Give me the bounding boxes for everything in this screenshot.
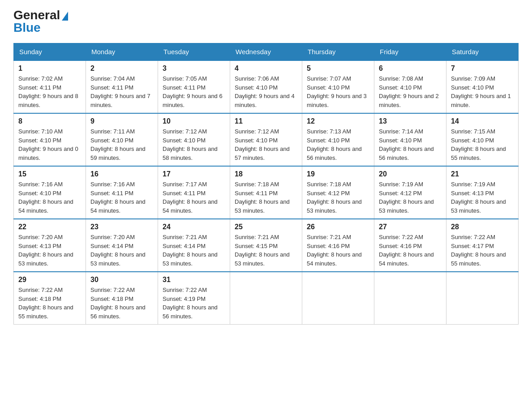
logo-general-text: General	[13, 9, 68, 21]
logo: General Blue	[13, 9, 68, 34]
column-header-saturday: Saturday	[446, 43, 519, 61]
day-number: 20	[379, 170, 442, 178]
day-cell: 27 Sunrise: 7:22 AM Sunset: 4:16 PM Dayl…	[374, 219, 446, 272]
day-cell: 13 Sunrise: 7:14 AM Sunset: 4:10 PM Dayl…	[374, 113, 446, 166]
day-info: Sunrise: 7:10 AM Sunset: 4:10 PM Dayligh…	[18, 127, 81, 162]
day-number: 26	[307, 223, 369, 231]
week-row-5: 29 Sunrise: 7:22 AM Sunset: 4:18 PM Dayl…	[14, 272, 519, 325]
day-info: Sunrise: 7:16 AM Sunset: 4:10 PM Dayligh…	[18, 180, 81, 215]
day-cell: 25 Sunrise: 7:21 AM Sunset: 4:15 PM Dayl…	[230, 219, 302, 272]
day-cell: 20 Sunrise: 7:19 AM Sunset: 4:12 PM Dayl…	[374, 166, 446, 219]
day-info: Sunrise: 7:04 AM Sunset: 4:11 PM Dayligh…	[90, 74, 153, 109]
day-number: 22	[18, 223, 81, 231]
column-header-monday: Monday	[86, 43, 158, 61]
day-number: 19	[307, 170, 369, 178]
page-header: General Blue	[13, 9, 519, 34]
day-cell: 10 Sunrise: 7:12 AM Sunset: 4:10 PM Dayl…	[158, 113, 230, 166]
day-info: Sunrise: 7:11 AM Sunset: 4:10 PM Dayligh…	[90, 127, 153, 162]
day-cell: 26 Sunrise: 7:21 AM Sunset: 4:16 PM Dayl…	[302, 219, 374, 272]
day-info: Sunrise: 7:02 AM Sunset: 4:11 PM Dayligh…	[18, 74, 81, 109]
column-header-tuesday: Tuesday	[158, 43, 230, 61]
day-cell: 30 Sunrise: 7:22 AM Sunset: 4:18 PM Dayl…	[86, 272, 158, 325]
day-number: 27	[379, 223, 442, 231]
week-row-2: 8 Sunrise: 7:10 AM Sunset: 4:10 PM Dayli…	[14, 113, 519, 166]
day-info: Sunrise: 7:12 AM Sunset: 4:10 PM Dayligh…	[163, 127, 225, 162]
column-header-sunday: Sunday	[14, 43, 86, 61]
day-cell: 17 Sunrise: 7:17 AM Sunset: 4:11 PM Dayl…	[158, 166, 230, 219]
day-info: Sunrise: 7:22 AM Sunset: 4:18 PM Dayligh…	[18, 286, 81, 321]
day-number: 25	[235, 223, 297, 231]
day-info: Sunrise: 7:19 AM Sunset: 4:13 PM Dayligh…	[451, 180, 514, 215]
day-number: 5	[307, 64, 369, 73]
day-info: Sunrise: 7:18 AM Sunset: 4:12 PM Dayligh…	[307, 180, 369, 215]
day-info: Sunrise: 7:09 AM Sunset: 4:10 PM Dayligh…	[451, 74, 514, 109]
day-cell: 18 Sunrise: 7:18 AM Sunset: 4:11 PM Dayl…	[230, 166, 302, 219]
day-number: 10	[163, 117, 225, 125]
day-number: 14	[451, 117, 514, 125]
day-number: 16	[90, 170, 153, 178]
day-number: 7	[451, 64, 514, 73]
day-cell: 28 Sunrise: 7:22 AM Sunset: 4:17 PM Dayl…	[446, 219, 519, 272]
week-row-4: 22 Sunrise: 7:20 AM Sunset: 4:13 PM Dayl…	[14, 219, 519, 272]
day-info: Sunrise: 7:21 AM Sunset: 4:16 PM Dayligh…	[307, 233, 369, 268]
day-number: 12	[307, 117, 369, 125]
day-cell	[230, 272, 302, 325]
day-cell: 29 Sunrise: 7:22 AM Sunset: 4:18 PM Dayl…	[14, 272, 86, 325]
day-number: 23	[90, 223, 153, 231]
day-info: Sunrise: 7:20 AM Sunset: 4:14 PM Dayligh…	[90, 233, 153, 268]
day-cell: 31 Sunrise: 7:22 AM Sunset: 4:19 PM Dayl…	[158, 272, 230, 325]
day-number: 13	[379, 117, 442, 125]
calendar-header-row: SundayMondayTuesdayWednesdayThursdayFrid…	[14, 43, 519, 61]
day-info: Sunrise: 7:22 AM Sunset: 4:16 PM Dayligh…	[379, 233, 442, 268]
day-info: Sunrise: 7:22 AM Sunset: 4:19 PM Dayligh…	[163, 286, 225, 321]
day-info: Sunrise: 7:05 AM Sunset: 4:11 PM Dayligh…	[163, 74, 225, 109]
day-cell: 16 Sunrise: 7:16 AM Sunset: 4:11 PM Dayl…	[86, 166, 158, 219]
day-info: Sunrise: 7:14 AM Sunset: 4:10 PM Dayligh…	[379, 127, 442, 162]
day-number: 29	[18, 276, 81, 284]
day-cell: 2 Sunrise: 7:04 AM Sunset: 4:11 PM Dayli…	[86, 60, 158, 113]
day-cell	[446, 272, 519, 325]
day-info: Sunrise: 7:21 AM Sunset: 4:14 PM Dayligh…	[163, 233, 225, 268]
day-info: Sunrise: 7:22 AM Sunset: 4:17 PM Dayligh…	[451, 233, 514, 268]
day-cell: 14 Sunrise: 7:15 AM Sunset: 4:10 PM Dayl…	[446, 113, 519, 166]
day-number: 28	[451, 223, 514, 231]
day-number: 15	[18, 170, 81, 178]
day-cell: 12 Sunrise: 7:13 AM Sunset: 4:10 PM Dayl…	[302, 113, 374, 166]
day-cell: 19 Sunrise: 7:18 AM Sunset: 4:12 PM Dayl…	[302, 166, 374, 219]
day-cell: 7 Sunrise: 7:09 AM Sunset: 4:10 PM Dayli…	[446, 60, 519, 113]
day-number: 4	[235, 64, 297, 73]
day-number: 1	[18, 64, 81, 73]
day-cell: 15 Sunrise: 7:16 AM Sunset: 4:10 PM Dayl…	[14, 166, 86, 219]
day-number: 3	[163, 64, 225, 73]
day-cell: 8 Sunrise: 7:10 AM Sunset: 4:10 PM Dayli…	[14, 113, 86, 166]
calendar-table: SundayMondayTuesdayWednesdayThursdayFrid…	[13, 43, 519, 325]
logo-blue-text: Blue	[13, 21, 41, 34]
day-number: 6	[379, 64, 442, 73]
day-number: 30	[90, 276, 153, 284]
day-cell: 5 Sunrise: 7:07 AM Sunset: 4:10 PM Dayli…	[302, 60, 374, 113]
day-number: 9	[90, 117, 153, 125]
day-number: 8	[18, 117, 81, 125]
day-cell: 4 Sunrise: 7:06 AM Sunset: 4:10 PM Dayli…	[230, 60, 302, 113]
day-cell: 24 Sunrise: 7:21 AM Sunset: 4:14 PM Dayl…	[158, 219, 230, 272]
day-number: 31	[163, 276, 225, 284]
day-cell	[302, 272, 374, 325]
day-number: 11	[235, 117, 297, 125]
week-row-3: 15 Sunrise: 7:16 AM Sunset: 4:10 PM Dayl…	[14, 166, 519, 219]
day-info: Sunrise: 7:07 AM Sunset: 4:10 PM Dayligh…	[307, 74, 369, 109]
day-cell: 22 Sunrise: 7:20 AM Sunset: 4:13 PM Dayl…	[14, 219, 86, 272]
day-info: Sunrise: 7:13 AM Sunset: 4:10 PM Dayligh…	[307, 127, 369, 162]
day-info: Sunrise: 7:06 AM Sunset: 4:10 PM Dayligh…	[235, 74, 297, 109]
day-info: Sunrise: 7:08 AM Sunset: 4:10 PM Dayligh…	[379, 74, 442, 109]
day-number: 18	[235, 170, 297, 178]
day-cell: 3 Sunrise: 7:05 AM Sunset: 4:11 PM Dayli…	[158, 60, 230, 113]
day-info: Sunrise: 7:21 AM Sunset: 4:15 PM Dayligh…	[235, 233, 297, 268]
day-info: Sunrise: 7:17 AM Sunset: 4:11 PM Dayligh…	[163, 180, 225, 215]
day-number: 24	[163, 223, 225, 231]
day-info: Sunrise: 7:18 AM Sunset: 4:11 PM Dayligh…	[235, 180, 297, 215]
day-cell: 6 Sunrise: 7:08 AM Sunset: 4:10 PM Dayli…	[374, 60, 446, 113]
day-info: Sunrise: 7:19 AM Sunset: 4:12 PM Dayligh…	[379, 180, 442, 215]
day-info: Sunrise: 7:20 AM Sunset: 4:13 PM Dayligh…	[18, 233, 81, 268]
week-row-1: 1 Sunrise: 7:02 AM Sunset: 4:11 PM Dayli…	[14, 60, 519, 113]
day-number: 2	[90, 64, 153, 73]
